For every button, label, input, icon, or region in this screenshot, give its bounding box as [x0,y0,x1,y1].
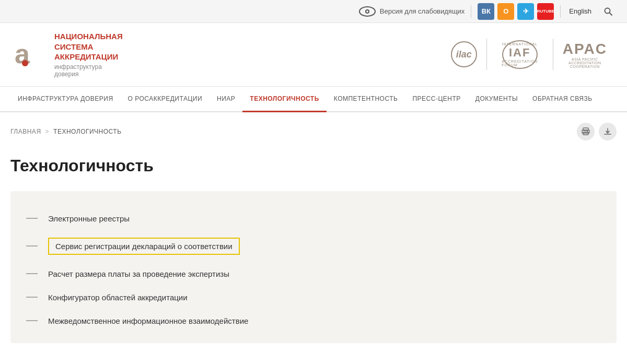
nav-about[interactable]: О РОСАККРЕДИТАЦИИ [121,87,210,112]
print-icon [582,127,590,136]
list-dash [26,218,38,219]
top-bar: Версия для слабовидящих ВК О ✈ RUTUBE En… [0,0,627,23]
logo-title: национальная система аккредитации [54,31,123,62]
telegram-button[interactable]: ✈ [517,3,534,20]
logo-area: а национальная система аккредитации инфр… [10,31,123,78]
logo-icon: а [10,36,47,73]
svg-line-4 [610,13,612,15]
nav-competence[interactable]: КОМПЕТЕНТНОСТЬ [327,87,405,112]
list-dash [26,297,38,298]
nav-feedback[interactable]: ОБРАТНАЯ СВЯЗЬ [525,87,600,112]
divider [471,5,471,18]
main-nav: ИНФРАСТРУКТУРА ДОВЕРИЯ О РОСАККРЕДИТАЦИИ… [0,87,627,112]
menu-link-calculation[interactable]: Расчет размера платы за проведение экспе… [48,269,229,278]
content-box: Электронные реестры Сервис регистрации д… [10,191,617,343]
list-dash [26,273,38,274]
vk-button[interactable]: ВК [478,3,494,20]
accessibility-section: Версия для слабовидящих [359,6,465,17]
menu-link-interdepartmental[interactable]: Межведомственное информационное взаимоде… [48,316,248,325]
social-icons: ВК О ✈ RUTUBE [478,3,554,20]
divider2 [560,5,561,18]
page-title: Технологичность [10,156,617,175]
svg-point-6 [22,60,28,66]
nav-press[interactable]: ПРЕСС-ЦЕНТР [405,87,468,112]
breadcrumb-home[interactable]: ГЛАВНАЯ [10,128,41,135]
breadcrumb-actions [577,123,617,140]
search-icon [604,7,612,16]
list-dash [26,320,38,321]
main-content: Технологичность Электронные реестры Серв… [0,146,627,364]
svg-point-10 [587,131,588,132]
accessibility-icon [359,6,376,17]
menu-link-configurator[interactable]: Конфигуратор областей аккредитации [48,293,188,302]
breadcrumb-bar: ГЛАВНАЯ > ТЕХНОЛОГИЧНОСТЬ [0,112,627,146]
partner-logos: ilac INTERNATIONAL IAF ACCREDITATION FOR… [442,39,617,70]
breadcrumb-current: ТЕХНОЛОГИЧНОСТЬ [53,128,122,135]
logo-text: национальная система аккредитации инфрас… [54,31,123,78]
logo-subtitle: инфраструктура доверия [54,63,123,78]
breadcrumb-separator: > [45,128,50,135]
print-button[interactable] [577,123,595,140]
download-button[interactable] [599,123,617,140]
breadcrumb: ГЛАВНАЯ > ТЕХНОЛОГИЧНОСТЬ [10,128,122,135]
nav-niar[interactable]: НИАР [210,87,242,112]
ok-button[interactable]: О [497,3,514,20]
nav-infrastructure[interactable]: ИНФРАСТРУКТУРА ДОВЕРИЯ [10,87,121,112]
menu-link-registries[interactable]: Электронные реестры [48,214,130,223]
site-header: а национальная система аккредитации инфр… [0,23,627,87]
apac-logo: APAC ASIA PACIFICACCREDITATIONCOOPERATIO… [553,39,617,70]
list-item: Межведомственное информационное взаимоде… [26,309,601,333]
list-dash [26,245,38,246]
accessibility-label: Версия для слабовидящих [380,7,465,15]
list-item: Конфигуратор областей аккредитации [26,286,601,309]
rutube-button[interactable]: RUTUBE [537,3,554,20]
list-item: Электронные реестры [26,207,601,230]
list-item: Расчет размера платы за проведение экспе… [26,262,601,286]
menu-link-declarations[interactable]: Сервис регистрации деклараций о соответс… [48,238,240,255]
search-button[interactable] [600,3,617,20]
ilac-logo: ilac [442,39,487,70]
nav-documents[interactable]: ДОКУМЕНТЫ [468,87,525,112]
menu-list: Электронные реестры Сервис регистрации д… [26,207,601,333]
svg-point-2 [366,10,368,13]
language-button[interactable]: English [567,6,594,16]
download-icon [603,127,612,136]
list-item: Сервис регистрации деклараций о соответс… [26,230,601,262]
iaf-logo: INTERNATIONAL IAF ACCREDITATION FORUM [487,39,553,70]
nav-technology[interactable]: ТЕХНОЛОГИЧНОСТЬ [242,87,326,112]
